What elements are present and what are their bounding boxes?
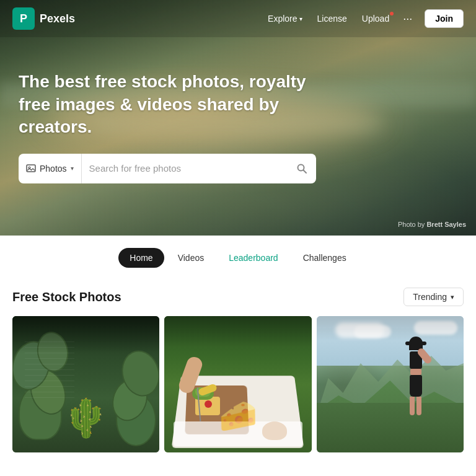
- photos-section: Free Stock Photos Trending ▾: [0, 278, 476, 462]
- photos-section-title: Free Stock Photos: [12, 290, 121, 304]
- tab-leaderboard[interactable]: Leaderboard: [218, 248, 289, 268]
- search-type-label: Photos: [40, 164, 67, 174]
- more-options-button[interactable]: ···: [398, 9, 417, 29]
- mountain-image: [317, 316, 464, 452]
- hero-title: The best free stock photos, royalty free…: [19, 71, 328, 138]
- tab-videos[interactable]: Videos: [167, 248, 216, 268]
- photo-credit: Photo by Brett Sayles: [398, 221, 466, 228]
- explore-nav-link[interactable]: Explore ▾: [262, 10, 308, 27]
- license-label: License: [317, 14, 347, 24]
- upload-notification-dot: [390, 12, 394, 15]
- cactus-image: [12, 316, 159, 452]
- sort-button[interactable]: Trending ▾: [403, 288, 464, 306]
- nav-links: Explore ▾ License Upload ··· Join: [262, 9, 464, 29]
- tab-challenges[interactable]: Challenges: [292, 248, 358, 268]
- photo-card[interactable]: [12, 316, 159, 452]
- sort-chevron-icon: ▾: [451, 293, 454, 301]
- photo-credit-prefix: Photo by: [398, 221, 425, 228]
- license-nav-link[interactable]: License: [311, 10, 353, 27]
- logo-link[interactable]: P Pexels: [12, 7, 75, 30]
- search-button[interactable]: [288, 154, 316, 183]
- join-button[interactable]: Join: [425, 9, 464, 28]
- photo-card[interactable]: [164, 316, 311, 452]
- tab-home[interactable]: Home: [118, 248, 164, 268]
- logo-icon: P: [12, 7, 35, 30]
- search-input[interactable]: [82, 163, 288, 174]
- photo-credit-name: Brett Sayles: [426, 221, 466, 228]
- photo-grid: [12, 316, 464, 452]
- search-type-selector[interactable]: Photos ▾: [19, 154, 82, 183]
- svg-rect-0: [27, 165, 35, 172]
- food-image: [164, 316, 311, 452]
- search-icon: [296, 163, 307, 174]
- upload-nav-link[interactable]: Upload: [356, 10, 395, 27]
- hero-section: P Pexels Explore ▾ License Upload ··· Jo…: [0, 0, 476, 236]
- image-icon: [26, 164, 36, 174]
- tabs-section: Home Videos Leaderboard Challenges: [0, 236, 476, 278]
- sort-label: Trending: [413, 292, 447, 302]
- search-bar: Photos ▾: [19, 154, 316, 183]
- navbar: P Pexels Explore ▾ License Upload ··· Jo…: [0, 0, 476, 37]
- explore-chevron-icon: ▾: [299, 15, 302, 22]
- upload-label: Upload: [362, 14, 389, 24]
- photos-header: Free Stock Photos Trending ▾: [12, 288, 464, 306]
- photo-card[interactable]: [317, 316, 464, 452]
- search-type-chevron-icon: ▾: [71, 165, 74, 172]
- brand-name: Pexels: [40, 12, 75, 25]
- explore-label: Explore: [268, 14, 297, 24]
